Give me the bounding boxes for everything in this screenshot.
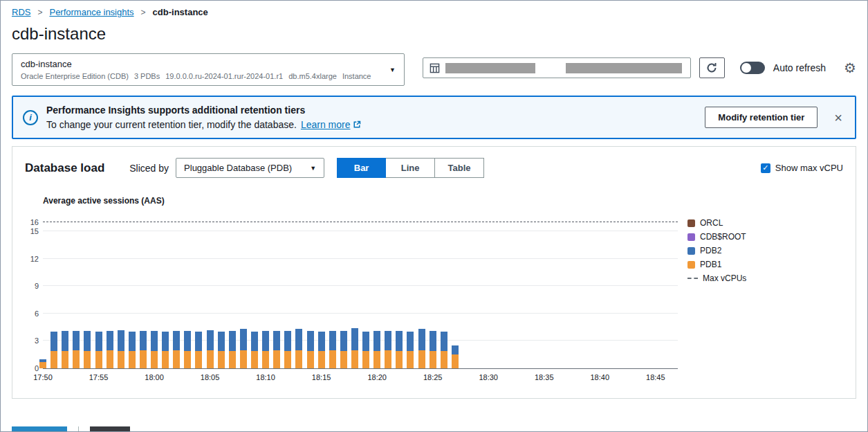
y-tick-label: 16 [25, 218, 39, 226]
x-tick-label: 18:35 [535, 373, 554, 381]
x-tick-label: 17:55 [89, 373, 109, 381]
bar [84, 331, 91, 368]
tab-table[interactable]: Table [435, 158, 484, 178]
banner-text: Performance Insights supports additional… [46, 105, 696, 130]
slice-dimension-select[interactable]: Pluggable Database (PDB) ▼ [176, 158, 324, 178]
x-tick-label: 18:00 [145, 373, 164, 381]
bar [295, 329, 302, 368]
cutoff-text-fragment [90, 426, 130, 431]
bar [107, 331, 113, 368]
x-tick-label: 18:05 [201, 373, 220, 381]
legend-item: PDB2 [687, 246, 843, 255]
auto-refresh-label: Auto refresh [773, 62, 826, 73]
legend-swatch [687, 219, 695, 227]
instance-pdb-count: 3 PDBs [134, 72, 160, 80]
instance-name: cdb-instance [21, 59, 371, 69]
instance-scope: Instance [342, 72, 371, 80]
plot-outer: 036912151617:5017:5518:0018:0518:1018:15… [25, 217, 687, 386]
legend-swatch [687, 233, 695, 241]
banner-title: Performance Insights supports additional… [46, 105, 696, 116]
breadcrumb-link-performance-insights[interactable]: Performance insights [49, 7, 133, 17]
legend-label: Max vCPUs [703, 273, 746, 283]
close-icon[interactable]: × [834, 111, 842, 125]
y-tick-label: 3 [25, 336, 39, 345]
bar [129, 332, 136, 368]
legend-label: CDB$ROOT [700, 232, 746, 242]
legend-label: PDB1 [700, 260, 721, 269]
bottom-cutoff-content [12, 426, 130, 431]
breadcrumb: RDS > Performance insights > cdb-instanc… [1, 1, 867, 19]
bar [240, 329, 247, 368]
bar [151, 331, 158, 368]
bar [184, 331, 191, 368]
bar [329, 331, 336, 368]
legend-label: ORCL [700, 218, 723, 228]
toolbar-controls: Auto refresh ⚙ [423, 53, 856, 78]
breadcrumb-separator-icon: > [141, 8, 146, 17]
header-row: cdb-instance Oracle Enterprise Edition (… [1, 53, 867, 86]
tab-bar[interactable]: Bar [337, 158, 386, 178]
modify-retention-tier-button[interactable]: Modify retention tier [705, 107, 818, 128]
calendar-grid-icon [430, 63, 440, 73]
cutoff-divider [78, 426, 79, 431]
bar [273, 331, 280, 368]
bar [140, 331, 147, 368]
gridline [43, 340, 678, 341]
bar [385, 331, 391, 368]
bar [251, 332, 258, 368]
x-tick-label: 18:40 [590, 373, 609, 381]
gridline [43, 258, 678, 259]
legend-item: PDB1 [687, 260, 843, 269]
bar [50, 332, 57, 368]
instance-selector-text: cdb-instance Oracle Enterprise Edition (… [21, 59, 371, 80]
x-tick-label: 18:45 [646, 373, 665, 381]
redacted-time-end [566, 63, 682, 73]
external-link-icon [353, 120, 361, 129]
breadcrumb-link-rds[interactable]: RDS [12, 7, 30, 17]
y-tick-label: 6 [25, 309, 39, 318]
banner-message: To change your current retention tier, m… [46, 119, 297, 130]
bar [441, 332, 447, 368]
plot-area[interactable]: 036912151617:5017:5518:0018:0518:1018:15… [43, 217, 678, 369]
max-vcpus-dash-icon [687, 278, 698, 279]
legend-label: PDB2 [700, 246, 721, 255]
sliced-by-label: Sliced by [129, 163, 169, 174]
y-tick-label: 9 [25, 282, 39, 290]
info-icon: i [23, 110, 38, 125]
bar [452, 345, 459, 368]
bar [262, 331, 269, 368]
learn-more-link[interactable]: Learn more [301, 119, 362, 130]
bar [373, 331, 380, 368]
instance-selector-dropdown[interactable]: cdb-instance Oracle Enterprise Edition (… [12, 53, 405, 86]
banner-message-row: To change your current retention tier, m… [46, 119, 696, 130]
gridline [43, 313, 678, 314]
bar [195, 332, 202, 368]
checkbox-checked-icon[interactable]: ✓ [761, 163, 770, 173]
x-tick-label: 18:30 [479, 373, 498, 381]
breadcrumb-current: cdb-instance [153, 7, 208, 17]
bar [39, 359, 46, 368]
gridline [43, 285, 678, 286]
gridline [43, 231, 678, 231]
breadcrumb-separator-icon: > [37, 8, 42, 17]
instance-details: Oracle Enterprise Edition (CDB) 3 PDBs 1… [21, 72, 371, 80]
caret-down-icon: ▼ [389, 66, 396, 73]
bar [340, 331, 347, 368]
learn-more-label: Learn more [301, 119, 351, 130]
gear-icon[interactable]: ⚙ [844, 61, 856, 75]
bar [418, 329, 425, 368]
refresh-icon [706, 62, 717, 73]
chart-legend: ORCLCDB$ROOTPDB2PDB1Max vCPUs [687, 217, 843, 386]
bar [430, 331, 436, 368]
x-tick-label: 18:25 [423, 373, 443, 381]
time-range-field[interactable] [423, 57, 691, 78]
refresh-button[interactable] [699, 57, 725, 78]
show-max-vcpu-control[interactable]: ✓ Show max vCPU [761, 163, 843, 173]
bar [62, 331, 68, 368]
bar [207, 330, 214, 368]
legend-swatch [687, 247, 695, 255]
instance-class: db.m5.4xlarge [288, 72, 337, 80]
tab-line[interactable]: Line [386, 158, 435, 178]
bar [162, 332, 169, 368]
auto-refresh-toggle[interactable] [740, 62, 765, 74]
